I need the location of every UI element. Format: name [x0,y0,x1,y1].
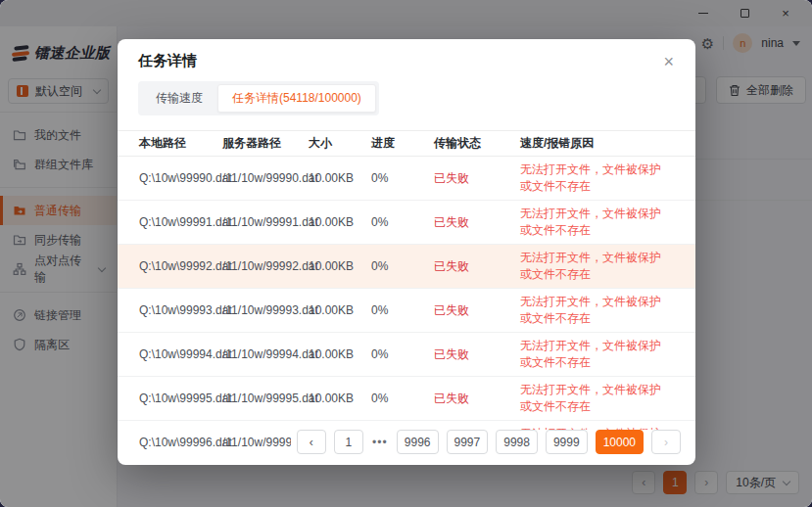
cell-reason: 无法打开文件，文件被保护或文件不存在 [520,338,678,371]
page-button-9999[interactable]: 9999 [546,430,588,454]
task-details-modal: 任务详情 × 传输速度 任务详情(54118/100000) 本地路径 服务器路… [118,39,695,465]
cell-status: 已失败 [434,214,520,231]
cell-server-path: /11/10w/99990.dat [222,171,309,185]
column-header-progress: 进度 [371,135,434,152]
cell-local-path: Q:\10w\99991.dat [139,215,222,229]
page-button-9997[interactable]: 9997 [447,430,489,454]
modal-close-button[interactable]: × [661,53,676,70]
modal-tabs: 传输速度 任务详情(54118/100000) [138,81,379,115]
column-header-server-path: 服务器路径 [222,135,309,152]
cell-size: 10.00KB [309,347,371,361]
cell-server-path: /11/10w/99991.dat [222,215,309,229]
cell-status: 已失败 [434,346,520,363]
cell-status: 已失败 [434,302,520,319]
prev-page-button[interactable]: ‹ [297,430,326,454]
table-row-highlighted[interactable]: Q:\10w\99992.dat /11/10w/99992.dat 10.00… [118,245,695,289]
cell-reason: 无法打开文件，文件被保护或文件不存在 [520,161,678,195]
page-button-10000-active[interactable]: 10000 [596,430,644,454]
cell-size: 10.00KB [309,171,371,185]
cell-size: 10.00KB [309,215,371,229]
cell-progress: 0% [371,347,434,361]
cell-server-path: /11/10w/99994.dat [222,347,309,361]
table-header-row: 本地路径 服务器路径 大小 进度 传输状态 速度/报错原因 [118,130,695,157]
cell-reason: 无法打开文件，文件被保护或文件不存在 [520,382,678,415]
cell-progress: 0% [371,303,434,317]
page-button-9996[interactable]: 9996 [397,430,439,454]
cell-server-path: /11/10w/99993.dat [222,303,309,317]
table-row[interactable]: Q:\10w\99990.dat /11/10w/99990.dat 10.00… [118,157,695,201]
page-button-9998[interactable]: 9998 [496,430,538,454]
cell-status: 已失败 [434,391,520,407]
cell-size: 10.00KB [309,259,371,273]
column-header-local-path: 本地路径 [139,135,222,152]
cell-size: 10.00KB [309,392,371,405]
column-header-reason: 速度/报错原因 [520,135,678,152]
table-row[interactable]: Q:\10w\99994.dat /11/10w/99994.dat 10.00… [118,333,695,377]
tab-task-details[interactable]: 任务详情(54118/100000) [217,84,376,113]
cell-local-path: Q:\10w\99996.dat [139,436,222,449]
cell-server-path: /11/10w/99992.dat [222,259,309,273]
cell-status: 已失败 [434,170,520,187]
table-body: Q:\10w\99990.dat /11/10w/99990.dat 10.00… [118,157,695,453]
cell-progress: 0% [371,259,434,273]
cell-progress: 0% [371,215,434,229]
tab-transfer-speed[interactable]: 传输速度 [141,84,217,113]
cell-server-path: /11/10w/99995.dat [222,392,309,405]
column-header-status: 传输状态 [434,135,520,152]
cell-progress: 0% [371,171,434,185]
modal-header: 任务详情 × [118,39,695,70]
table-row[interactable]: Q:\10w\99991.dat /11/10w/99991.dat 10.00… [118,201,695,245]
table-row[interactable]: Q:\10w\99993.dat /11/10w/99993.dat 10.00… [118,289,695,333]
modal-title: 任务详情 [138,52,197,70]
cell-local-path: Q:\10w\99995.dat [139,392,222,405]
app-window: × 镭速企业版 默认空间 我的文件 群组文件库 [0,0,812,507]
cell-progress: 0% [371,392,434,405]
cell-size: 10.00KB [309,303,371,317]
cell-local-path: Q:\10w\99990.dat [139,171,222,185]
page-ellipsis[interactable]: ••• [371,430,389,454]
cell-status: 已失败 [434,258,520,275]
cell-local-path: Q:\10w\99994.dat [139,347,222,361]
table-row[interactable]: Q:\10w\99995.dat /11/10w/99995.dat 10.00… [118,377,695,421]
modal-pagination: ‹ 1 ••• 9996 9997 9998 9999 10000 › [291,430,681,454]
cell-reason: 无法打开文件，文件被保护或文件不存在 [520,250,678,283]
cell-local-path: Q:\10w\99993.dat [139,303,222,317]
cell-local-path: Q:\10w\99992.dat [139,259,222,273]
page-button-1[interactable]: 1 [334,430,363,454]
cell-reason: 无法打开文件，文件被保护或文件不存在 [520,294,678,327]
column-header-size: 大小 [309,135,371,152]
cell-reason: 无法打开文件，文件被保护或文件不存在 [520,206,678,239]
next-page-button[interactable]: › [651,430,681,454]
